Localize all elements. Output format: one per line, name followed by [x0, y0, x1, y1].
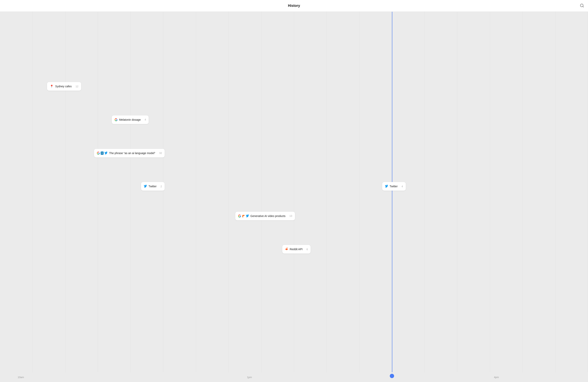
grid-col [163, 12, 196, 372]
grid-col [359, 12, 392, 372]
card-label: Twitter [390, 185, 398, 188]
card-melatonin-dosage[interactable]: Melatonin dosage 4 [112, 115, 149, 124]
grid-col [392, 12, 424, 372]
card-icons [144, 185, 147, 188]
twitter-icon [144, 185, 147, 188]
twitter-icon [385, 185, 388, 188]
card-label: Sydney cafes [55, 85, 72, 88]
card-icons: in [97, 152, 107, 155]
grid-col [33, 12, 65, 372]
card-ai-language-model[interactable]: in The phrase “as an ai language model” … [94, 149, 165, 157]
replit-icon [242, 214, 245, 218]
timeline-container: 10am 1pm 4pm 📍 Sydney cafes 12 Melatonin… [0, 12, 588, 382]
grid-col [457, 12, 490, 372]
grid-col [261, 12, 294, 372]
time-label-4pm: 4pm [494, 376, 499, 379]
now-dot [390, 374, 394, 378]
grid-col [327, 12, 359, 372]
card-icons: 📍 [50, 85, 54, 88]
card-count: 2 [161, 185, 162, 188]
maps-icon: 📍 [50, 85, 54, 88]
grid-col [65, 12, 98, 372]
card-icons [385, 185, 388, 188]
search-icon [580, 3, 584, 8]
card-reddit-api[interactable]: Reddit API 6 [282, 245, 311, 253]
card-icons [238, 214, 249, 218]
card-count: 12 [76, 85, 78, 88]
grid-col [555, 12, 588, 372]
card-count: 32 [159, 152, 162, 155]
grid-col [425, 12, 457, 372]
card-label: Reddit API [290, 248, 303, 251]
header: History [0, 0, 588, 12]
card-icons [115, 118, 118, 121]
time-label-1pm: 1pm [247, 376, 252, 379]
time-axis: 10am 1pm 4pm [0, 372, 588, 382]
card-sydney-cafes[interactable]: 📍 Sydney cafes 12 [47, 82, 81, 91]
google-icon [97, 152, 100, 155]
card-count: 6 [307, 248, 308, 251]
card-generative-ai[interactable]: Generative AI video products 13 [235, 212, 295, 220]
card-label: Twitter [148, 185, 156, 188]
grid-col [294, 12, 327, 372]
card-label: Melatonin dosage [119, 118, 141, 121]
twitter-icon [104, 152, 107, 155]
card-count: 4 [145, 118, 146, 121]
grid [0, 12, 588, 372]
twitter-icon [246, 214, 249, 218]
card-twitter-2[interactable]: Twitter 4 [382, 182, 406, 191]
grid-col [98, 12, 130, 372]
search-button[interactable] [580, 3, 584, 8]
card-count: 4 [401, 185, 403, 188]
grid-col [0, 12, 33, 372]
card-icons [285, 248, 288, 251]
grid-col [523, 12, 555, 372]
linkedin-icon: in [101, 152, 104, 155]
card-count: 13 [289, 214, 292, 217]
card-twitter-1[interactable]: Twitter 2 [141, 182, 165, 191]
time-label-10am: 10am [18, 376, 24, 379]
reddit-icon [285, 248, 288, 251]
grid-col [131, 12, 163, 372]
page-title: History [288, 4, 300, 8]
card-label: Generative AI video products [251, 214, 286, 218]
grid-col [196, 12, 229, 372]
card-label: The phrase “as an ai language model” [109, 152, 155, 155]
svg-line-1 [583, 6, 584, 7]
now-line [392, 12, 392, 372]
grid-col [490, 12, 523, 372]
google-icon [115, 118, 118, 121]
grid-col [229, 12, 261, 372]
google-icon [238, 214, 241, 218]
